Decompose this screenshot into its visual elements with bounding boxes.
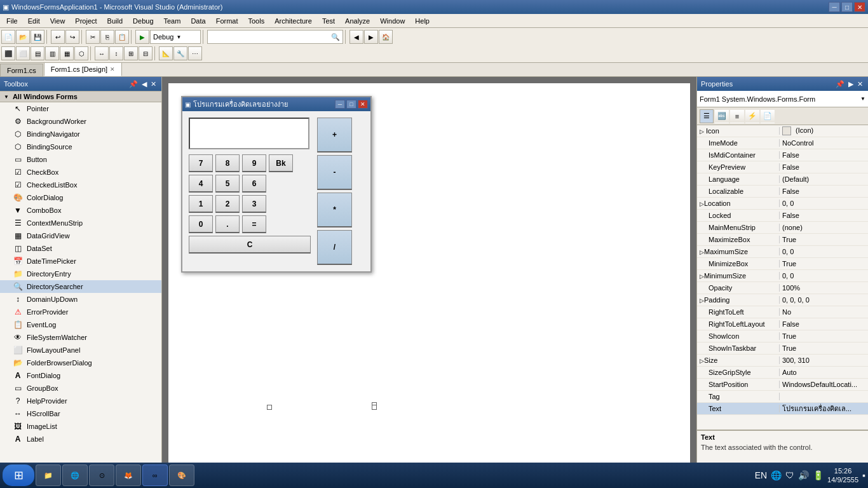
redo-button[interactable]: ↪ — [65, 30, 79, 44]
props-row-showintaskbar[interactable]: ShowInTaskbar True — [697, 342, 868, 355]
toolbox-close-button[interactable]: ✕ — [149, 80, 158, 88]
nav-home-button[interactable]: 🏠 — [379, 30, 393, 44]
menu-build[interactable]: Build — [102, 14, 128, 28]
props-row-padding[interactable]: ▷Padding 0, 0, 0, 0 — [697, 294, 868, 306]
paste-button[interactable]: 📋 — [115, 30, 129, 44]
toolbox-item-errorprovider[interactable]: ⚠ ErrorProvider — [0, 306, 161, 318]
taskbar-vs[interactable]: ∞ — [142, 464, 168, 486]
open-button[interactable]: 📂 — [16, 30, 30, 44]
toolbox-item-dataset[interactable]: ◫ DataSet — [0, 242, 161, 255]
toolbox-item-groupbox[interactable]: ▭ GroupBox — [0, 382, 161, 395]
nav-fwd-button[interactable]: ▶ — [364, 30, 378, 44]
props-categorized-button[interactable]: ☰ — [700, 109, 714, 123]
taskbar-chrome[interactable]: ⊙ — [89, 464, 114, 486]
props-row-language[interactable]: Language (Default) — [697, 173, 868, 186]
format-btn-2[interactable]: ⬜ — [16, 46, 30, 60]
toolbox-item-combobox[interactable]: ▼ ComboBox — [0, 204, 161, 217]
props-row-size[interactable]: ▷Size 300, 310 — [697, 355, 868, 367]
menu-window[interactable]: Window — [375, 14, 410, 28]
btn-minus[interactable]: - — [317, 155, 352, 190]
menu-view[interactable]: View — [45, 14, 71, 28]
tray-en-icon[interactable]: EN — [755, 470, 767, 480]
align-btn-1[interactable]: ↔ — [95, 46, 109, 60]
toolbox-item-bindingnavigator[interactable]: ⬡ BindingNavigator — [0, 128, 161, 140]
props-row-location[interactable]: ▷Location 0, 0 — [697, 198, 868, 210]
btn-8[interactable]: 8 — [215, 154, 240, 172]
toolbox-item-datetimepicker[interactable]: 📅 DateTimePicker — [0, 255, 161, 268]
menu-project[interactable]: Project — [70, 14, 102, 28]
props-events-button[interactable]: ⚡ — [745, 109, 759, 123]
resize-handle-bottom[interactable] — [267, 405, 272, 410]
btn-0[interactable]: 0 — [189, 215, 213, 233]
taskbar-explorer[interactable]: 📁 — [36, 464, 61, 486]
props-row-righttoleftlayout[interactable]: RightToLeftLayout False — [697, 318, 868, 330]
toolbox-item-label[interactable]: A Label — [0, 433, 161, 445]
format-btn-5[interactable]: ▦ — [60, 46, 74, 60]
format-btn-1[interactable]: ⬛ — [1, 46, 15, 60]
minimize-button[interactable]: ─ — [829, 2, 840, 12]
align-btn-2[interactable]: ↕ — [109, 46, 123, 60]
menu-debug[interactable]: Debug — [128, 14, 158, 28]
props-row-text[interactable]: Text โปรแกรมเครื่องคิดเล... — [697, 403, 868, 415]
undo-button[interactable]: ↩ — [51, 30, 65, 44]
btn-6[interactable]: 6 — [242, 175, 266, 193]
props-row-mainmenustrip[interactable]: MainMenuStrip (none) — [697, 222, 868, 234]
props-row-startposition[interactable]: StartPosition WindowsDefaultLocati... — [697, 379, 868, 391]
format-btn-6[interactable]: ⬡ — [74, 46, 88, 60]
search-toolbar[interactable]: 🔍 — [207, 30, 343, 44]
toolbox-item-pointer[interactable]: ↖ Pointer — [0, 102, 161, 115]
props-row-maximumsize[interactable]: ▷MaximumSize 0, 0 — [697, 246, 868, 258]
btn-dot[interactable]: . — [215, 215, 240, 233]
menu-edit[interactable]: Edit — [23, 14, 45, 28]
props-properties-button[interactable]: ≡ — [730, 109, 744, 123]
props-row-showicon[interactable]: ShowIcon True — [697, 330, 868, 342]
search-input[interactable] — [210, 33, 331, 41]
start-button[interactable]: ▶ — [135, 30, 149, 44]
props-proppage-button[interactable]: 📄 — [761, 109, 775, 123]
menu-help[interactable]: Help — [410, 14, 435, 28]
properties-close-button[interactable]: ✕ — [856, 80, 864, 88]
new-project-button[interactable]: 📄 — [1, 30, 15, 44]
btn-7[interactable]: 7 — [189, 154, 213, 172]
btn-2[interactable]: 2 — [215, 195, 240, 213]
resize-handle-corner[interactable] — [372, 405, 377, 410]
btn-3[interactable]: 3 — [242, 195, 266, 213]
btn-5[interactable]: 5 — [215, 175, 240, 193]
toolbox-item-eventlog[interactable]: 📋 EventLog — [0, 318, 161, 331]
menu-tools[interactable]: Tools — [243, 14, 270, 28]
menu-test[interactable]: Test — [317, 14, 340, 28]
btn-9[interactable]: 9 — [242, 154, 266, 172]
start-button[interactable]: ⊞ — [3, 464, 34, 486]
props-row-opacity[interactable]: Opacity 100% — [697, 282, 868, 294]
properties-object-selector[interactable]: Form1 System.Windows.Forms.Form ▼ — [697, 91, 868, 107]
toolbox-arrow-button[interactable]: ◀ — [140, 80, 148, 88]
menu-architecture[interactable]: Architecture — [269, 14, 317, 28]
toolbox-item-contextmenustrip[interactable]: ☰ ContextMenuStrip — [0, 217, 161, 229]
props-row-sizegripstyle[interactable]: SizeGripStyle Auto — [697, 367, 868, 379]
align-btn-4[interactable]: ⊟ — [139, 46, 153, 60]
taskbar-firefox[interactable]: 🦊 — [116, 464, 141, 486]
tray-security-icon[interactable]: 🛡 — [785, 470, 794, 480]
design-area[interactable]: ▣ โปรแกรมเครื่องคิดเลขอย่างง่าย ─ □ ✕ — [162, 77, 696, 474]
taskbar-ie[interactable]: 🌐 — [62, 464, 88, 486]
tray-sound-icon[interactable]: 🔊 — [798, 470, 809, 480]
props-row-locked[interactable]: Locked False — [697, 210, 868, 222]
format-btn-4[interactable]: ▥ — [45, 46, 59, 60]
toolbox-item-fontdialog[interactable]: A FontDialog — [0, 369, 161, 382]
form-maximize-button[interactable]: □ — [346, 100, 356, 109]
toolbox-item-directoryentry[interactable]: 📁 DirectoryEntry — [0, 268, 161, 280]
toolbox-item-flowlayoutpanel[interactable]: ⬜ FlowLayoutPanel — [0, 344, 161, 356]
debug-mode-dropdown[interactable]: Debug ▼ — [150, 30, 201, 44]
btn-divide[interactable]: / — [317, 230, 352, 265]
toolbox-item-backgroundworker[interactable]: ⚙ BackgroundWorker — [0, 115, 161, 128]
toolbox-pin-button[interactable]: 📌 — [128, 80, 139, 88]
toolbox-item-imagelist[interactable]: 🖼 ImageList — [0, 420, 161, 433]
props-row-icon[interactable]: ▷ Icon (Icon) — [697, 125, 868, 137]
toolbox-item-bindingsource[interactable]: ⬡ BindingSource — [0, 140, 161, 153]
maximize-button[interactable]: □ — [841, 2, 853, 12]
toolbox-item-directorysearcher[interactable]: 🔍 DirectorySearcher — [0, 280, 161, 293]
view-btn-2[interactable]: 🔧 — [173, 46, 187, 60]
tray-power-icon[interactable]: 🔋 — [813, 470, 824, 480]
toolbox-item-datagridview[interactable]: ▦ DataGridView — [0, 229, 161, 242]
btn-clear[interactable]: C — [189, 236, 311, 254]
